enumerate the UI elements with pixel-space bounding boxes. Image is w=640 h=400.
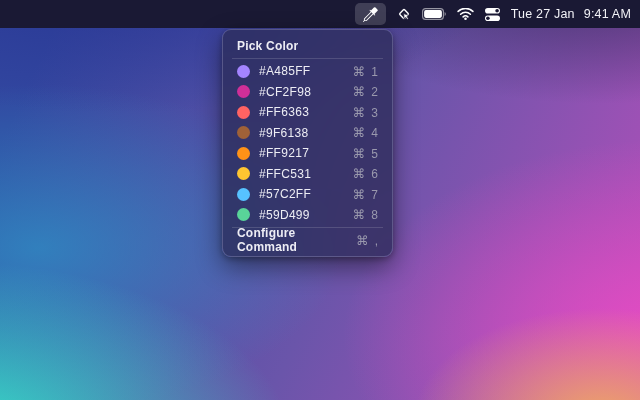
color-menu-item[interactable]: #FF9217 ⌘ 5 bbox=[223, 143, 392, 164]
color-hex-label: #CF2F98 bbox=[259, 85, 311, 99]
color-swatch bbox=[237, 85, 250, 98]
shortcut-key: 7 bbox=[371, 188, 378, 202]
desktop: Tue 27 Jan 9:41 AM Pick Color #A485FF ⌘ … bbox=[0, 0, 640, 400]
color-hex-label: #FFC531 bbox=[259, 167, 311, 181]
color-swatch bbox=[237, 106, 250, 119]
clock-time: 9:41 AM bbox=[584, 7, 631, 21]
color-swatch bbox=[237, 188, 250, 201]
color-menu-item[interactable]: #9F6138 ⌘ 4 bbox=[223, 123, 392, 144]
diamond-app-menubar-button[interactable] bbox=[396, 3, 412, 25]
control-center-button[interactable] bbox=[484, 3, 501, 25]
wifi-icon bbox=[457, 8, 474, 20]
color-menu-item[interactable]: #59D499 ⌘ 8 bbox=[223, 205, 392, 226]
color-swatch bbox=[237, 65, 250, 78]
color-list: #A485FF ⌘ 1 #CF2F98 ⌘ 2 #FF6363 ⌘ 3 #9F6… bbox=[223, 61, 392, 225]
color-hex-label: #9F6138 bbox=[259, 126, 308, 140]
battery-icon bbox=[422, 8, 447, 20]
command-key-icon: ⌘ bbox=[353, 146, 366, 161]
shortcut-key: , bbox=[375, 234, 378, 248]
color-menu-item[interactable]: #CF2F98 ⌘ 2 bbox=[223, 82, 392, 103]
diamond-cursor-icon bbox=[396, 6, 412, 22]
shortcut-key: 2 bbox=[371, 85, 378, 99]
color-hex-label: #57C2FF bbox=[259, 187, 311, 201]
color-picker-menubar-button[interactable] bbox=[355, 3, 386, 25]
command-key-icon: ⌘ bbox=[353, 84, 366, 99]
clock-date: Tue 27 Jan bbox=[511, 7, 575, 21]
command-key-icon: ⌘ bbox=[353, 187, 366, 202]
configure-command-label: Configure Command bbox=[237, 226, 356, 254]
menu-bar: Tue 27 Jan 9:41 AM bbox=[0, 0, 640, 28]
wifi-status-button[interactable] bbox=[457, 3, 474, 25]
color-hex-label: #FF9217 bbox=[259, 146, 309, 160]
color-hex-label: #A485FF bbox=[259, 64, 310, 78]
pick-color-menu: Pick Color #A485FF ⌘ 1 #CF2F98 ⌘ 2 #FF63… bbox=[222, 29, 393, 257]
command-key-icon: ⌘ bbox=[356, 233, 369, 248]
color-menu-item[interactable]: #57C2FF ⌘ 7 bbox=[223, 184, 392, 205]
shortcut-key: 4 bbox=[371, 126, 378, 140]
color-menu-item[interactable]: #FF6363 ⌘ 3 bbox=[223, 102, 392, 123]
color-shortcut: ⌘ 7 bbox=[353, 187, 378, 202]
color-shortcut: ⌘ 3 bbox=[353, 105, 378, 120]
menu-title: Pick Color bbox=[223, 36, 392, 56]
color-menu-item[interactable]: #A485FF ⌘ 1 bbox=[223, 61, 392, 82]
color-hex-label: #59D499 bbox=[259, 208, 310, 222]
command-key-icon: ⌘ bbox=[353, 166, 366, 181]
control-center-icon bbox=[484, 7, 501, 22]
color-swatch bbox=[237, 167, 250, 180]
color-shortcut: ⌘ 8 bbox=[353, 207, 378, 222]
menu-separator bbox=[232, 58, 383, 59]
shortcut-key: 8 bbox=[371, 208, 378, 222]
eyedropper-icon bbox=[363, 7, 378, 22]
color-swatch bbox=[237, 147, 250, 160]
shortcut-key: 6 bbox=[371, 167, 378, 181]
command-key-icon: ⌘ bbox=[353, 64, 366, 79]
command-key-icon: ⌘ bbox=[353, 105, 366, 120]
shortcut-key: 5 bbox=[371, 147, 378, 161]
color-shortcut: ⌘ 6 bbox=[353, 166, 378, 181]
color-menu-item[interactable]: #FFC531 ⌘ 6 bbox=[223, 164, 392, 185]
command-key-icon: ⌘ bbox=[353, 207, 366, 222]
color-swatch bbox=[237, 208, 250, 221]
color-shortcut: ⌘ 2 bbox=[353, 84, 378, 99]
color-shortcut: ⌘ 4 bbox=[353, 125, 378, 140]
shortcut-key: 1 bbox=[371, 65, 378, 79]
color-shortcut: ⌘ 5 bbox=[353, 146, 378, 161]
color-swatch bbox=[237, 126, 250, 139]
color-shortcut: ⌘ 1 bbox=[353, 64, 378, 79]
shortcut-key: 3 bbox=[371, 106, 378, 120]
configure-command-item[interactable]: Configure Command ⌘ , bbox=[223, 230, 392, 250]
configure-command-shortcut: ⌘ , bbox=[356, 233, 378, 248]
command-key-icon: ⌘ bbox=[353, 125, 366, 140]
color-hex-label: #FF6363 bbox=[259, 105, 309, 119]
menubar-clock[interactable]: Tue 27 Jan 9:41 AM bbox=[511, 3, 631, 25]
battery-status-button[interactable] bbox=[422, 3, 447, 25]
